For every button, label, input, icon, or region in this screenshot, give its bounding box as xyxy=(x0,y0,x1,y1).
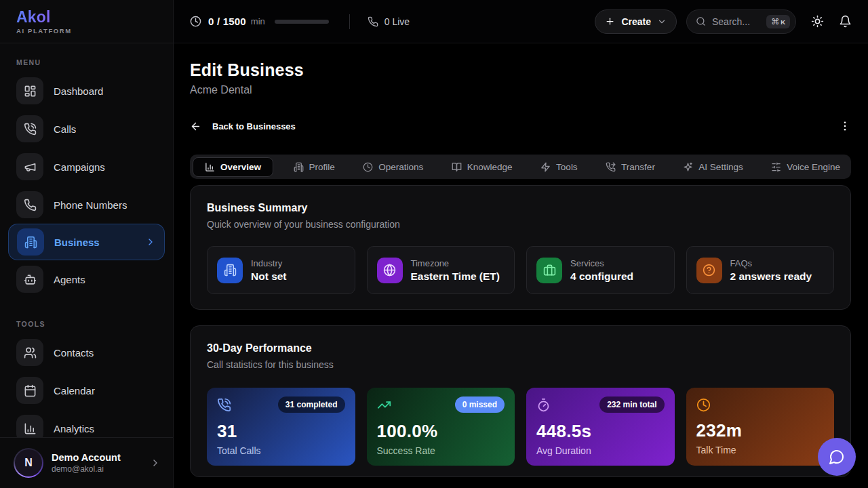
business-summary-card: Business Summary Quick overview of your … xyxy=(190,185,851,310)
summary-label: FAQs xyxy=(730,258,812,268)
stat-card-avg-duration: 232 min total 448.5s Avg Duration xyxy=(526,388,675,466)
clock-icon xyxy=(190,16,201,27)
briefcase-icon xyxy=(536,258,562,283)
bar-chart-icon xyxy=(205,162,215,172)
sliders-icon xyxy=(771,162,781,172)
page-title: Edit Business xyxy=(190,60,851,80)
tab-label: Profile xyxy=(309,162,335,172)
building-icon xyxy=(294,162,304,172)
more-vertical-icon xyxy=(839,120,851,132)
sidebar-item-dashboard[interactable]: Dashboard xyxy=(0,72,173,110)
live-calls-indicator: 0 Live xyxy=(368,16,410,27)
create-button[interactable]: Create xyxy=(595,9,677,34)
tab-tools[interactable]: Tools xyxy=(532,158,586,176)
usage-progressbar xyxy=(275,20,329,24)
globe-icon xyxy=(377,258,403,283)
search-input[interactable]: Search... ⌘ K xyxy=(686,9,796,34)
tab-knowledge[interactable]: Knowledge xyxy=(443,158,521,176)
account-row[interactable]: N Demo Account demo@akol.ai xyxy=(0,437,173,488)
sidebar-item-agents[interactable]: Agents xyxy=(0,260,173,298)
tab-label: Tools xyxy=(556,162,578,172)
summary-tile-industry: IndustryNot set xyxy=(207,246,355,294)
topbar: 0 / 1500 min 0 Live Create Search... xyxy=(174,0,868,43)
chevron-right-icon xyxy=(150,458,161,468)
search-placeholder: Search... xyxy=(712,16,766,27)
phone-call-icon xyxy=(217,396,231,412)
stat-card-talk-time: 232m Talk Time xyxy=(686,388,835,466)
summary-value: 4 configured xyxy=(570,270,633,283)
tab-label: Knowledge xyxy=(467,162,513,172)
usage-value: 0 / 1500 xyxy=(208,16,246,27)
stat-cards: 31 completed 31 Total Calls 0 missed 100… xyxy=(207,388,834,466)
main-area: 0 / 1500 min 0 Live Create Search... xyxy=(174,0,868,488)
megaphone-icon xyxy=(16,153,43,180)
account-email: demo@akol.ai xyxy=(52,464,121,474)
summary-tile-faqs: FAQs2 answers ready xyxy=(686,246,835,294)
sidebar-item-phone-numbers[interactable]: Phone Numbers xyxy=(0,186,173,224)
stat-value: 31 xyxy=(217,421,345,442)
usage-unit: min xyxy=(251,16,265,26)
sparkles-icon xyxy=(683,162,693,172)
tab-label: AI Settings xyxy=(698,162,743,172)
stat-card-total-calls: 31 completed 31 Total Calls xyxy=(207,388,355,466)
menu-section-label: MENU xyxy=(16,58,173,66)
sidebar-item-campaigns[interactable]: Campaigns xyxy=(0,148,173,186)
app-window: Akol AI PLATFORM MENU Dashboard Calls Ca… xyxy=(0,0,868,488)
building-icon xyxy=(17,228,44,256)
stat-badge: 31 completed xyxy=(278,396,345,413)
sidebar-item-label: Analytics xyxy=(54,423,94,434)
summary-tile-services: Services4 configured xyxy=(526,246,675,294)
stat-card-success-rate: 0 missed 100.0% Success Rate xyxy=(367,388,515,466)
account-name: Demo Account xyxy=(52,452,121,463)
stat-label: Success Rate xyxy=(377,445,505,456)
sidebar-item-calendar[interactable]: Calendar xyxy=(0,371,173,409)
sidebar-item-contacts[interactable]: Contacts xyxy=(0,333,173,371)
stat-label: Avg Duration xyxy=(536,445,665,456)
theme-toggle-button[interactable] xyxy=(811,15,824,28)
phone-icon xyxy=(16,191,43,218)
bell-icon xyxy=(839,15,852,28)
summary-tiles: IndustryNot set TimezoneEastern Time (ET… xyxy=(207,246,834,294)
chevron-right-icon xyxy=(145,237,156,247)
tab-voice-engine[interactable]: Voice Engine xyxy=(763,158,848,176)
plus-icon xyxy=(605,16,615,26)
sidebar-item-business[interactable]: Business xyxy=(8,224,165,260)
phone-call-icon xyxy=(16,115,43,142)
trending-up-icon xyxy=(377,396,391,412)
stat-value: 448.5s xyxy=(536,421,665,442)
chat-fab-button[interactable] xyxy=(818,438,856,476)
back-to-businesses-link[interactable]: Back to Businesses xyxy=(190,121,296,132)
summary-label: Timezone xyxy=(411,258,500,268)
live-calls-label: 0 Live xyxy=(384,16,410,27)
dashboard-icon xyxy=(16,77,43,104)
more-options-button[interactable] xyxy=(839,120,851,132)
performance-card: 30-Day Performance Call statistics for t… xyxy=(190,325,851,477)
message-circle-icon xyxy=(829,449,845,465)
tools-section-label: TOOLS xyxy=(16,320,173,328)
tab-label: Voice Engine xyxy=(787,162,840,172)
clock-icon xyxy=(363,162,373,172)
tab-label: Overview xyxy=(220,162,261,172)
arrow-left-icon xyxy=(190,121,201,132)
brand-block: Akol AI PLATFORM xyxy=(0,0,173,43)
sidebar-item-label: Agents xyxy=(54,274,85,285)
avatar: N xyxy=(14,448,43,478)
sidebar-item-label: Phone Numbers xyxy=(54,199,127,211)
tab-ai-settings[interactable]: AI Settings xyxy=(675,158,751,176)
search-icon xyxy=(696,16,706,26)
sidebar-item-calls[interactable]: Calls xyxy=(0,110,173,148)
notifications-button[interactable] xyxy=(839,15,852,28)
tab-profile[interactable]: Profile xyxy=(285,158,343,176)
create-button-label: Create xyxy=(621,16,651,27)
page-content: Edit Business Acme Dental Back to Busine… xyxy=(174,43,868,488)
tab-overview[interactable]: Overview xyxy=(193,157,273,177)
stat-badge: 0 missed xyxy=(455,396,505,413)
summary-value: 2 answers ready xyxy=(730,270,812,283)
shortcut-key-label: K xyxy=(781,18,785,26)
tab-operations[interactable]: Operations xyxy=(355,158,431,176)
stat-label: Talk Time xyxy=(696,445,825,455)
book-open-icon xyxy=(452,162,462,172)
performance-subtitle: Call statistics for this business xyxy=(207,359,834,370)
tab-transfer[interactable]: Transfer xyxy=(597,158,663,176)
sidebar-item-label: Dashboard xyxy=(54,85,103,97)
